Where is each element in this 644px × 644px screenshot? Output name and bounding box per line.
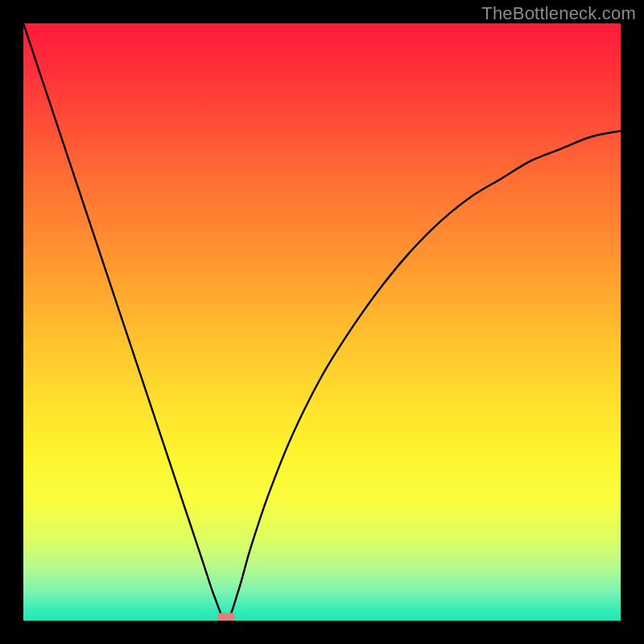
optimum-marker [217,613,235,621]
chart-plot-area [23,23,621,621]
watermark-text: TheBottleneck.com [481,3,636,24]
bottleneck-curve [23,23,621,621]
